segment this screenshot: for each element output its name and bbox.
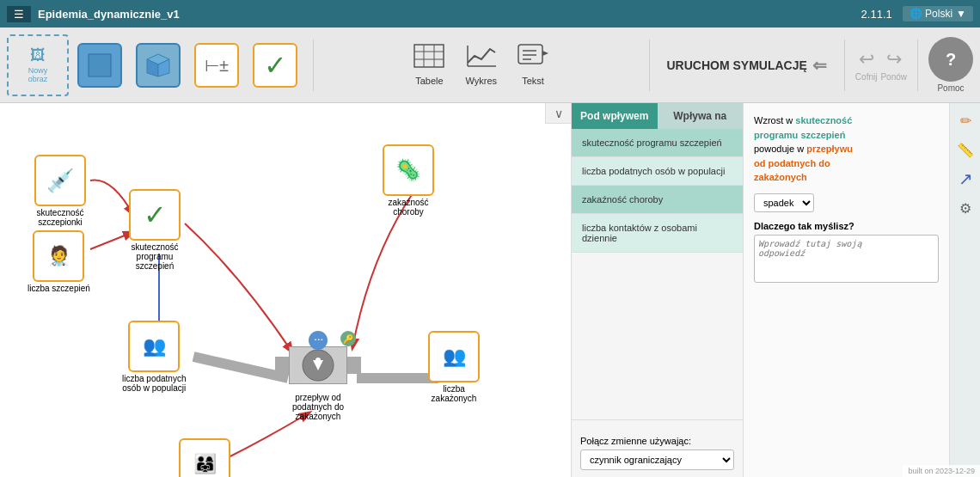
redo-label: Ponów xyxy=(880,72,907,82)
app-title: Epidemia_dynamicznie_v1 xyxy=(38,8,180,21)
node-skutecznosc-szczepionki[interactable]: 💉 skutecznośćszczepionki xyxy=(34,155,86,227)
tables-label: Tabele xyxy=(415,76,443,86)
menu-button[interactable]: ☰ xyxy=(7,6,31,22)
pump-icon xyxy=(301,348,335,382)
answer-textarea[interactable] xyxy=(754,235,939,283)
tables-icon xyxy=(413,44,444,74)
new-image-button[interactable]: 🖼 Nowyobraz xyxy=(7,34,69,96)
toolbar-divider-3 xyxy=(844,40,845,91)
right-icons-bar: ✏ 📏 ↗ ⚙ xyxy=(949,103,980,477)
info-panel: Wzrost w skutecznośćprogramu szczepień p… xyxy=(743,103,949,477)
run-label: URUCHOM SYMULACJĘ xyxy=(667,58,807,72)
info-text-middle: powoduje w xyxy=(754,144,806,154)
tab-pod-wplywem-label: Pod wpływem xyxy=(580,110,648,122)
node-icon-szczepionki: 💉 xyxy=(34,155,86,206)
node-label-programu: skutecznośćprogramuszczepień xyxy=(131,242,178,271)
redo-icon: ↪ xyxy=(886,48,902,70)
pipe-icon: ⊢± xyxy=(194,43,239,88)
dropdown-row: spadek wzrost xyxy=(754,193,939,212)
node-liczba-podatnych[interactable]: 👥 liczba podatnychosób w populacji xyxy=(122,321,187,393)
arrow-icon[interactable]: ↗ xyxy=(952,165,979,193)
toolbar-divider xyxy=(313,40,314,91)
check-icon: ✓ xyxy=(253,43,297,88)
svg-rect-11 xyxy=(518,45,542,64)
node-icon-zakaznosc: 🦠 xyxy=(383,144,434,196)
toolbar-divider-4 xyxy=(917,40,918,91)
panel-item-2[interactable]: zakaźność choroby xyxy=(572,186,743,214)
collapse-button[interactable]: ∨ xyxy=(545,103,571,124)
bottom-bar: built on 2023-12-29 xyxy=(903,465,980,477)
node-skutecznosc-programu[interactable]: ✓ skutecznośćprogramuszczepień xyxy=(129,189,181,271)
redo-button[interactable]: ↪ Ponów xyxy=(880,48,907,82)
language-button[interactable]: 🌐 Polski ▼ xyxy=(903,6,973,21)
tab-pod-wplywem[interactable]: Pod wpływem xyxy=(572,103,658,129)
tool-square[interactable] xyxy=(72,40,127,91)
ruler-icon[interactable]: 📏 xyxy=(952,136,979,163)
pipe-right xyxy=(347,357,361,374)
lang-text: 🌐 Polski xyxy=(910,8,952,20)
svg-point-17 xyxy=(315,358,321,363)
node-label-szczepionki: skutecznośćszczepionki xyxy=(36,208,83,227)
connect-dropdown[interactable]: czynnik ograniczający czynnik wzmacniają… xyxy=(580,449,734,470)
build-date: built on 2023-12-29 xyxy=(908,467,975,475)
help-label: Pomoc xyxy=(937,83,964,93)
chart-button[interactable]: Wykres xyxy=(465,44,497,86)
tool-pipe[interactable]: ⊢± xyxy=(189,40,244,91)
help-button[interactable]: ? xyxy=(928,37,973,82)
node-liczba-zakazonych[interactable]: 👥 liczbazakażonych xyxy=(428,331,480,403)
tab-wplywa-na-label: Wpływa na xyxy=(673,110,726,122)
canvas-area: ∨ xyxy=(0,103,571,477)
help-group: ? Pomoc xyxy=(928,37,973,93)
svg-rect-0 xyxy=(89,54,111,76)
top-bar: ☰ Epidemia_dynamicznie_v1 2.11.1 🌐 Polsk… xyxy=(0,0,980,28)
text-button[interactable]: Tekst xyxy=(518,44,548,86)
undo-icon: ↩ xyxy=(859,48,874,70)
node-zakaznosc-choroby[interactable]: 🦠 zakaźnośćchoroby xyxy=(383,144,434,217)
node-family[interactable]: 👨‍👩‍👧 xyxy=(179,438,230,477)
node-przeplywy[interactable]: ⋯ 🔑 przepływ odpodatnych dozakażonych xyxy=(275,339,361,421)
chart-icon xyxy=(466,44,497,74)
toolbar-center: Tabele Wykres Te xyxy=(324,44,639,86)
svg-marker-12 xyxy=(542,51,548,56)
run-simulation-button[interactable]: URUCHOM SYMULACJĘ ⇐ xyxy=(660,55,834,76)
node-liczba-szczepien[interactable]: 🧑‍⚕️ liczba szczepień xyxy=(28,230,90,293)
node-icon-podatnych: 👥 xyxy=(128,321,180,372)
toolbar: 🖼 Nowyobraz ⊢± ✓ xyxy=(0,28,980,103)
node-label-zakazonych: liczbazakażonych xyxy=(432,384,477,403)
pump-key-badge: 🔑 xyxy=(340,331,356,346)
text-label: Tekst xyxy=(522,76,544,86)
panel-item-0-label: skuteczność programu szczepień xyxy=(582,138,722,148)
pipe-left xyxy=(275,357,289,374)
panel-content: skuteczność programu szczepień liczba po… xyxy=(572,129,743,419)
node-icon-szczepien: 🧑‍⚕️ xyxy=(33,230,84,282)
tab-wplywa-na[interactable]: Wpływa na xyxy=(658,103,744,129)
tables-button[interactable]: Tabele xyxy=(413,44,444,86)
version-label: 2.11.1 xyxy=(861,8,892,21)
info-text-before: Wzrost w xyxy=(754,115,795,125)
tool-cube[interactable] xyxy=(131,40,186,91)
node-icon-programu: ✓ xyxy=(129,189,181,241)
new-image-label: Nowyobraz xyxy=(28,66,48,83)
svg-rect-4 xyxy=(414,45,444,67)
node-label-zakaznosc: zakaźnośćchoroby xyxy=(388,198,428,217)
undo-button[interactable]: ↩ Cofnij xyxy=(855,48,878,82)
effect-dropdown[interactable]: spadek wzrost xyxy=(754,193,814,212)
pump-body xyxy=(289,346,347,384)
gear-icon[interactable]: ⚙ xyxy=(952,194,979,222)
top-bar-right: 2.11.1 🌐 Polski ▼ xyxy=(861,6,973,21)
connect-label: Połącz zmienne używając: xyxy=(580,436,734,446)
new-image-icon: 🖼 xyxy=(30,46,46,64)
panel-item-1[interactable]: liczba podatnych osób w populacji xyxy=(572,157,743,186)
panel-item-3[interactable]: liczba kontaktów z osobami dziennie xyxy=(572,214,743,253)
tool-check[interactable]: ✓ xyxy=(248,40,303,91)
panel-item-1-label: liczba podatnych osób w populacji xyxy=(582,166,725,176)
node-label-przeplywy: przepływ odpodatnych dozakażonych xyxy=(292,393,344,421)
collapse-icon: ∨ xyxy=(554,107,563,120)
cube-icon xyxy=(136,43,181,88)
connect-section: Połącz zmienne używając: czynnik ogranic… xyxy=(572,419,743,477)
pump-badge: ⋯ xyxy=(309,331,328,350)
info-text: Wzrost w skutecznośćprogramu szczepień p… xyxy=(754,113,939,185)
undo-label: Cofnij xyxy=(855,72,878,82)
paint-icon[interactable]: ✏ xyxy=(952,107,979,134)
panel-item-0[interactable]: skuteczność programu szczepień xyxy=(572,129,743,157)
